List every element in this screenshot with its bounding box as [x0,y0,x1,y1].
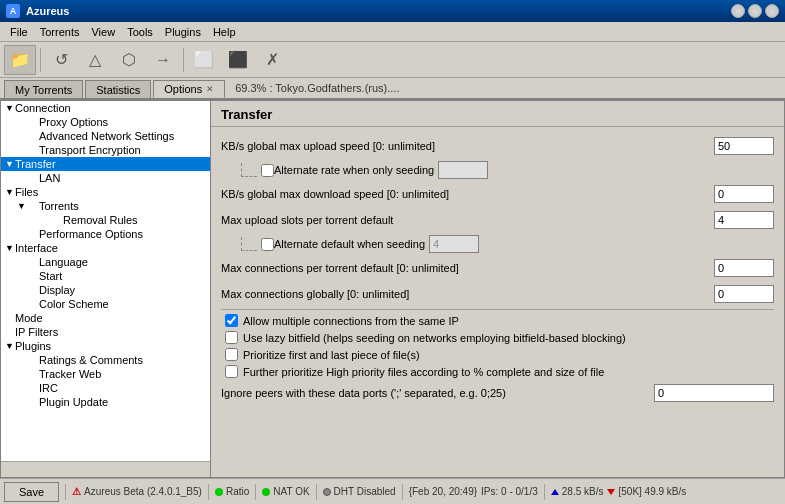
ratio-item: Ratio [215,486,249,497]
maximize-button[interactable]: ○ [748,4,762,18]
sidebar-item-files[interactable]: ▼ Files [1,185,210,199]
lazy-bitfield-checkbox[interactable] [225,331,238,344]
sidebar-item-color-scheme[interactable]: Color Scheme [1,297,210,311]
sidebar-plugins-label: Plugins [15,340,51,352]
menu-plugins[interactable]: Plugins [159,24,207,40]
upload-speed-input[interactable] [714,137,774,155]
prioritize-high-label: Further prioritize High priority files a… [243,366,604,378]
alternate-default-row: Alternate default when seeding [221,235,774,253]
sidebar-removal-label: Removal Rules [63,214,138,226]
nat-label: NAT OK [273,486,309,497]
upload-speed-row: KB/s global max upload speed [0: unlimit… [221,135,774,157]
sidebar-item-transfer[interactable]: ▼ Transfer [1,157,210,171]
tab-my-torrents-label: My Torrents [15,84,72,96]
menu-file[interactable]: File [4,24,34,40]
save-button[interactable]: Save [4,482,59,502]
sidebar-item-proxy-options[interactable]: Proxy Options [1,115,210,129]
sidebar-item-advanced-network[interactable]: Advanced Network Settings [1,129,210,143]
toolbar-arrow-button[interactable]: → [147,45,179,75]
alternate-default-checkbox[interactable] [261,238,274,251]
tab-my-torrents[interactable]: My Torrents [4,80,83,98]
menu-help[interactable]: Help [207,24,242,40]
max-conn-torrent-input[interactable] [714,259,774,277]
sidebar-item-performance-options[interactable]: Performance Options [1,227,210,241]
status-div-1 [65,484,66,500]
sidebar-performance-label: Performance Options [39,228,143,240]
ratio-dot [215,488,223,496]
dht-item: DHT Disabled [323,486,396,497]
alternate-seeding-input[interactable] [438,161,488,179]
download-speed-input[interactable] [714,185,774,203]
status-div-4 [316,484,317,500]
app-icon: A [6,4,20,18]
window-controls[interactable]: ○ ○ ○ [731,4,779,18]
dashed-indent-icon [241,163,257,177]
prioritize-first-last-checkbox[interactable] [225,348,238,361]
app-title: Azureus [26,5,69,17]
upload-arrow-icon [551,489,559,495]
download-speed-row: KB/s global max download speed [0: unlim… [221,183,774,205]
toolbar-network-button[interactable]: ⬡ [113,45,145,75]
menu-view[interactable]: View [85,24,121,40]
upload-slots-input[interactable] [714,211,774,229]
sidebar-item-ratings-comments[interactable]: Ratings & Comments [1,353,210,367]
tab-options[interactable]: Options ✕ [153,80,225,98]
toolbar-open-button[interactable]: 📁 [4,45,36,75]
sidebar-item-irc[interactable]: IRC [1,381,210,395]
toolbar-up-button[interactable]: △ [79,45,111,75]
time-label: {Feb 20, 20:49} [409,486,477,497]
sidebar-item-transport-enc[interactable]: Transport Encryption [1,143,210,157]
sidebar-item-plugin-update[interactable]: Plugin Update [1,395,210,409]
ignore-ports-input[interactable] [654,384,774,402]
sidebar-proxy-label: Proxy Options [39,116,108,128]
menu-torrents[interactable]: Torrents [34,24,86,40]
sidebar-item-removal-rules[interactable]: Removal Rules [1,213,210,227]
alternate-default-input[interactable] [429,235,479,253]
download-speed-item: [50K] 49.9 kB/s [607,486,686,497]
sidebar-item-mode[interactable]: Mode [1,311,210,325]
nat-item: NAT OK [262,486,309,497]
tab-statistics[interactable]: Statistics [85,80,151,98]
max-conn-torrent-row: Max connections per torrent default [0: … [221,257,774,279]
download-speed-label: [50K] 49.9 kB/s [618,486,686,497]
nat-dot [262,488,270,496]
max-conn-global-input[interactable] [714,285,774,303]
sidebar-item-ip-filters[interactable]: IP Filters [1,325,210,339]
sidebar-transfer-label: Transfer [15,158,56,170]
toolbar-close-button[interactable]: ✗ [256,45,288,75]
dht-dot [323,488,331,496]
sidebar-item-interface[interactable]: ▼ Interface [1,241,210,255]
sidebar-item-torrents[interactable]: ▼ Torrents [1,199,210,213]
allow-multiple-checkbox[interactable] [225,314,238,327]
prioritize-high-checkbox[interactable] [225,365,238,378]
tab-title-info: 69.3% : Tokyo.Godfathers.(rus).... [227,80,785,96]
alternate-seeding-checkbox[interactable] [261,164,274,177]
minimize-button[interactable]: ○ [731,4,745,18]
sidebar-item-tracker-web[interactable]: Tracker Web [1,367,210,381]
sidebar-item-display[interactable]: Display [1,283,210,297]
lazy-bitfield-label: Use lazy bitfield (helps seeding on netw… [243,332,626,344]
toolbar-square2-button[interactable]: ⬛ [222,45,254,75]
max-conn-global-row: Max connections globally [0: unlimited] [221,283,774,305]
app-name-label: Azureus Beta (2.4.0.1_B5) [84,486,202,497]
close-button[interactable]: ○ [765,4,779,18]
expand-icon: ▼ [5,341,15,351]
sidebar-start-label: Start [39,270,62,282]
toolbar-square1-button[interactable]: ⬜ [188,45,220,75]
sidebar-item-lan[interactable]: LAN [1,171,210,185]
tab-options-close[interactable]: ✕ [206,84,214,94]
sidebar-irc-label: IRC [39,382,58,394]
transfer-panel: Transfer KB/s global max upload speed [0… [210,100,785,478]
menubar: File Torrents View Tools Plugins Help [0,22,785,42]
menu-tools[interactable]: Tools [121,24,159,40]
sidebar-scrollbar-h [1,461,210,477]
max-conn-torrent-label: Max connections per torrent default [0: … [221,262,714,274]
sidebar-item-plugins[interactable]: ▼ Plugins [1,339,210,353]
status-div-6 [544,484,545,500]
tab-options-label: Options [164,83,202,95]
sidebar-item-start[interactable]: Start [1,269,210,283]
sidebar-item-connection[interactable]: ▼ Connection [1,101,210,115]
expand-icon: ▼ [5,243,15,253]
toolbar-refresh-button[interactable]: ↺ [45,45,77,75]
sidebar-item-language[interactable]: Language [1,255,210,269]
